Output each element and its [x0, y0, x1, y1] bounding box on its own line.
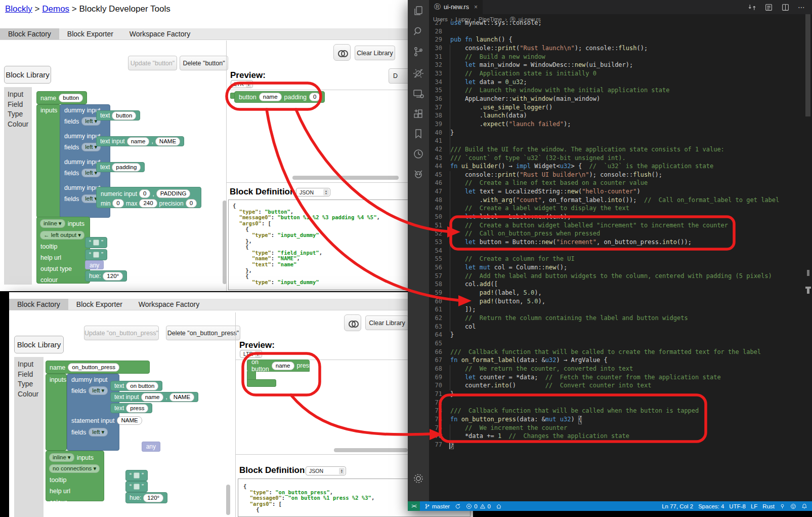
- direction-select[interactable]: LTR▲▼: [231, 80, 253, 88]
- text-field[interactable]: padding: [112, 163, 141, 172]
- tab-workspace-factory[interactable]: Workspace Factory: [131, 299, 207, 310]
- clear-library-button[interactable]: Clear Library: [365, 315, 409, 330]
- name-field[interactable]: name: [272, 362, 294, 370]
- remote-indicator[interactable]: ><: [408, 501, 420, 511]
- delete-block-button[interactable]: Delete "button": [180, 56, 228, 70]
- field-block-numeric[interactable]: numeric input 0 , PADDING min 0 max 240 …: [96, 187, 201, 208]
- empty-string-field[interactable]: [93, 252, 99, 258]
- empty-string-field[interactable]: [134, 472, 140, 479]
- feedback-status[interactable]: [788, 503, 799, 509]
- breadcrumb-link-blockly[interactable]: Blockly: [5, 4, 32, 14]
- field-block-text[interactable]: textpress: [110, 403, 152, 413]
- eol-status[interactable]: LF: [748, 503, 760, 509]
- tab-block-factory[interactable]: Block Factory: [0, 28, 59, 39]
- empty-string-field[interactable]: [93, 240, 99, 246]
- string-block-helpurl[interactable]: “”: [125, 481, 148, 492]
- open-preview-icon[interactable]: [764, 3, 773, 12]
- align-dropdown[interactable]: left▾: [89, 428, 108, 436]
- link-button[interactable]: [344, 314, 361, 331]
- type-any-block[interactable]: any: [85, 260, 104, 269]
- type-any-block[interactable]: any: [142, 442, 160, 452]
- home-status[interactable]: [493, 503, 504, 509]
- align-dropdown[interactable]: left▾: [89, 386, 108, 395]
- name-field[interactable]: NAME: [155, 137, 180, 146]
- connections-dropdown[interactable]: no connections▾: [49, 464, 100, 473]
- editor-vscrollbar[interactable]: [805, 14, 810, 116]
- update-block-button[interactable]: Update "on_button_press": [84, 326, 159, 340]
- padding-field[interactable]: 0: [309, 93, 320, 101]
- tab-block-factory[interactable]: Block Factory: [9, 299, 68, 310]
- indentation-status[interactable]: Spaces: 4: [696, 503, 726, 509]
- tab-ui-new-rs[interactable]: Ⓡ ui-new.rs ×: [429, 0, 483, 14]
- settings-gear-icon[interactable]: [412, 472, 424, 485]
- string-block-helpurl[interactable]: “”: [85, 249, 107, 260]
- bookmarks-icon[interactable]: [412, 128, 424, 140]
- name-field[interactable]: NAME: [169, 393, 194, 402]
- definition-vscrollbar[interactable]: [226, 485, 230, 515]
- toolbox-category-colour[interactable]: Colour: [14, 389, 44, 400]
- tab-workspace-factory[interactable]: Workspace Factory: [121, 28, 198, 39]
- toolbox-category-field[interactable]: Field: [14, 370, 44, 380]
- breadcrumb-link-demos[interactable]: Demos: [42, 4, 69, 14]
- sync-status[interactable]: [452, 503, 463, 509]
- block-library-button[interactable]: Block Library: [14, 336, 64, 353]
- preview-hscrollbar[interactable]: [334, 448, 408, 452]
- connections-dropdown[interactable]: ← left output▾: [40, 231, 84, 240]
- more-actions-icon[interactable]: ⋯: [798, 3, 805, 11]
- tab-block-exporter[interactable]: Block Exporter: [68, 299, 131, 310]
- empty-string-field[interactable]: [134, 484, 140, 490]
- hue-field[interactable]: 120°: [143, 494, 163, 502]
- run-debug-icon[interactable]: [412, 67, 424, 79]
- name-field[interactable]: on_button_press: [68, 363, 119, 372]
- toolbox-category-colour[interactable]: Colour: [4, 120, 32, 130]
- factory-block-settings[interactable]: inline▾ inputs no connections▾ tooltip h…: [46, 451, 104, 501]
- debug-robot-icon[interactable]: [412, 168, 424, 180]
- preview-block-on-button-press[interactable]: on button name press: [247, 360, 310, 372]
- search-icon[interactable]: [412, 25, 424, 37]
- string-block-tooltip[interactable]: “”: [125, 470, 148, 481]
- extensions-icon[interactable]: [412, 108, 424, 120]
- block-definition-code[interactable]: { "type": "button", "message0": "button …: [228, 200, 408, 290]
- factory-block-inputs-spine[interactable]: inputs: [36, 104, 61, 218]
- field-block-text[interactable]: textpadding: [96, 162, 145, 172]
- git-branch-status[interactable]: master: [422, 503, 452, 509]
- explorer-icon[interactable]: [412, 5, 424, 17]
- source-control-icon[interactable]: [412, 46, 424, 58]
- language-status[interactable]: Rust: [760, 503, 777, 509]
- cursor-position-status[interactable]: Ln 77, Col 2: [659, 503, 696, 509]
- name-field[interactable]: button: [59, 94, 83, 102]
- text-field[interactable]: press: [126, 404, 148, 413]
- open-changes-icon[interactable]: [748, 3, 756, 12]
- text-field[interactable]: button: [112, 111, 136, 120]
- update-block-button[interactable]: Update "button": [128, 56, 177, 70]
- inline-dropdown[interactable]: inline▾: [40, 219, 65, 228]
- definition-format-select[interactable]: JSON▲▼: [296, 188, 330, 196]
- string-block-tooltip[interactable]: “”: [85, 237, 107, 248]
- text-field[interactable]: name: [141, 393, 164, 402]
- max-field[interactable]: 240: [139, 199, 157, 208]
- clear-library-button[interactable]: Clear Library: [355, 46, 395, 60]
- toolbox-category-field[interactable]: Field: [4, 100, 32, 110]
- text-field[interactable]: name: [127, 137, 150, 146]
- field-block-text[interactable]: texton button: [110, 381, 162, 391]
- inline-dropdown[interactable]: inline▾: [49, 453, 74, 462]
- statement-name-field[interactable]: NAME: [117, 416, 142, 425]
- factory-block-settings[interactable]: inline▾ inputs ← left output▾ tooltip he…: [36, 217, 90, 284]
- toolbox-category-type[interactable]: Type: [14, 379, 44, 389]
- toolbox-category-input[interactable]: Input: [4, 90, 32, 100]
- min-field[interactable]: 0: [112, 199, 123, 208]
- field-block-text-input[interactable]: text input name , NAME: [110, 392, 198, 402]
- link-button[interactable]: [333, 44, 351, 61]
- split-editor-icon[interactable]: [781, 3, 790, 12]
- encoding-status[interactable]: UTF-8: [726, 503, 748, 509]
- colour-hue-block[interactable]: hue:120°: [85, 270, 127, 282]
- remote-explorer-icon[interactable]: [412, 88, 424, 100]
- factory-block-name-row[interactable]: name on_button_press: [46, 361, 150, 374]
- language-server-status[interactable]: [777, 503, 788, 509]
- factory-block-name-row[interactable]: name button: [36, 91, 87, 104]
- toolbox-category-input[interactable]: Input: [14, 360, 44, 370]
- close-tab-icon[interactable]: ×: [474, 4, 478, 11]
- name-field[interactable]: name: [259, 93, 282, 101]
- problems-status[interactable]: 0 0: [463, 503, 493, 509]
- field-block-text-input[interactable]: text input name , NAME: [96, 136, 184, 146]
